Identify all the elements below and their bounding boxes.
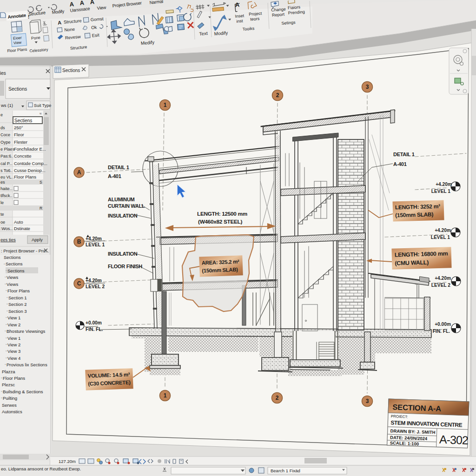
svg-text:DETAIL 1: DETAIL 1 (393, 152, 415, 157)
svg-text:View 4: View 4 (7, 356, 20, 361)
svg-text:A-302: A-302 (439, 433, 469, 447)
svg-text:s To6..: s To6.. (0, 168, 13, 173)
svg-text:A-401: A-401 (393, 161, 407, 167)
svg-text:Section 3: Section 3 (8, 309, 27, 314)
svg-text:LEVEL 1: LEVEL 1 (431, 189, 450, 194)
svg-text:Suit Type: Suit Type (34, 103, 51, 108)
svg-text:FIN. FL.: FIN. FL. (433, 329, 450, 334)
svg-text:View 2: View 2 (7, 342, 20, 347)
svg-text:CURTAIN WALL: CURTAIN WALL (108, 203, 145, 209)
svg-text:Sections: Sections (7, 268, 25, 273)
svg-text:LEVEL 2: LEVEL 2 (431, 283, 450, 288)
svg-text:127.20m: 127.20m (59, 459, 76, 464)
svg-text:Sections: Sections (62, 68, 80, 73)
svg-text:oe: oe (0, 220, 5, 225)
svg-text:A: A (58, 20, 62, 26)
svg-text:A: A (90, 0, 95, 6)
svg-text:ALUMINUM: ALUMINUM (108, 197, 135, 202)
svg-text:Sections: Sections (4, 255, 21, 260)
svg-text:Flester: Flester (14, 139, 27, 145)
svg-text:Provious lix Sections: Provious lix Sections (7, 362, 47, 367)
svg-text:2: 2 (276, 92, 279, 99)
svg-text:Puilting: Puilting (3, 396, 17, 401)
svg-text:View: View (97, 5, 106, 11)
svg-text:te: te (0, 212, 4, 217)
svg-text:Autonstics: Autonstics (2, 409, 22, 414)
svg-text:Tooiks: Tooiks (242, 26, 255, 32)
svg-text:ees ties: ees ties (0, 237, 16, 242)
svg-text:View: View (13, 40, 22, 45)
svg-text:inst: inst (236, 19, 243, 24)
svg-text:Floor Plans: Floor Plans (14, 174, 36, 179)
svg-text:Section 1: Section 1 (8, 295, 27, 300)
svg-text:+4.20m: +4.20m (435, 228, 451, 233)
svg-text:haite...: haite... (0, 186, 13, 191)
svg-text:View 1: View 1 (7, 336, 20, 341)
svg-text:1: 1 (164, 392, 167, 399)
svg-text:Pone: Pone (31, 35, 41, 40)
svg-text:Concstte: Concstte (14, 153, 32, 159)
svg-text:INSULATION: INSULATION (108, 251, 138, 257)
svg-text:e: e (0, 112, 3, 117)
svg-text:Floor Plans: Floor Plans (7, 288, 30, 293)
svg-text:Sections: Sections (8, 86, 27, 92)
svg-text:(150mm SLAB): (150mm SLAB) (395, 211, 433, 218)
svg-text:LENGTH: 12500 mm: LENGTH: 12500 mm (197, 211, 247, 217)
svg-text:: Project Browser - Pro...: : Project Browser - Pro... (1, 248, 49, 253)
svg-text:Inset: Inset (235, 13, 245, 19)
svg-text::Wos...: :Wos... (0, 226, 13, 231)
svg-text:Apply: Apply (32, 237, 43, 242)
svg-text:Bhosture Viewsings: Bhosture Viewsings (7, 329, 46, 334)
svg-text:1: 1 (164, 102, 167, 108)
svg-text:250°: 250° (14, 125, 23, 130)
svg-text:DETAIL 1: DETAIL 1 (108, 165, 129, 170)
svg-text:A: A (79, 0, 85, 7)
svg-text:Coce: Coce (0, 132, 10, 137)
svg-text:Fleor: Fleor (14, 132, 24, 137)
svg-text:Floor Plans: Floor Plans (3, 376, 25, 381)
svg-text:PROIECT:: PROIECT: (391, 414, 408, 419)
svg-text:Plezsc: Plezsc (2, 382, 15, 387)
svg-text:Sections: Sections (6, 261, 23, 266)
svg-text:S: S (40, 180, 42, 185)
svg-text:Text: Text (199, 31, 208, 37)
svg-text:Contüde Comp...: Contüde Comp... (14, 161, 47, 166)
svg-text:Builsding & Sections: Builsding & Sections (3, 389, 43, 394)
svg-text:A-401: A-401 (108, 173, 121, 179)
svg-text:A: A (235, 1, 240, 8)
svg-text:3: 3 (366, 398, 369, 404)
svg-text:R: R (40, 206, 42, 211)
svg-text:Views: Views (7, 275, 18, 280)
svg-text:Bearch 1 Fixäd: Bearch 1 Fixäd (271, 468, 300, 473)
svg-text:(CMU WALL): (CMU WALL) (395, 259, 429, 267)
svg-text:C: C (77, 280, 81, 287)
svg-text:Esit: Esit (92, 32, 99, 38)
svg-text:2: 2 (276, 395, 279, 401)
svg-text:A: A (77, 169, 81, 176)
svg-text:3: 3 (366, 84, 369, 90)
svg-text:Ok: Ok (91, 25, 97, 30)
svg-text:View 3: View 3 (7, 349, 20, 354)
svg-text:SCALE: 1:100: SCALE: 1:100 (390, 440, 419, 446)
svg-text:Cusse Deniop...: Cusse Deniop... (14, 168, 46, 173)
svg-text:Sectiens: Sectiens (14, 118, 32, 123)
svg-text:View 2: View 2 (7, 322, 20, 327)
svg-text:View 1: View 1 (7, 315, 20, 320)
svg-text:Serwes: Serwes (2, 403, 17, 408)
svg-text:Views: Views (7, 282, 18, 287)
svg-text:Oype: Oype (0, 140, 11, 145)
svg-text:LENGTH: 3252 m³: LENGTH: 3252 m³ (395, 203, 440, 211)
svg-text:teors: teors (250, 16, 260, 22)
svg-text:Dstinate: Dstinate (14, 226, 30, 231)
svg-text:ies: ies (0, 71, 6, 76)
svg-text:eu VL..: eu VL.. (0, 175, 14, 179)
svg-text:+0.00m: +0.00m (435, 322, 451, 327)
svg-text:LEVEL 2: LEVEL 2 (86, 284, 105, 289)
svg-text:es: es (0, 180, 5, 185)
svg-text:eo. Lidpansa ansoont or Reutbe: eo. Lidpansa ansoont or Reutbeot Ewop. (1, 466, 81, 471)
svg-text:Eioer: Eioer (13, 36, 22, 41)
svg-text:le: le (0, 200, 4, 205)
svg-text:≈: ≈ (40, 112, 42, 116)
svg-text:ds: ds (0, 126, 5, 130)
svg-text:B: B (77, 238, 81, 245)
